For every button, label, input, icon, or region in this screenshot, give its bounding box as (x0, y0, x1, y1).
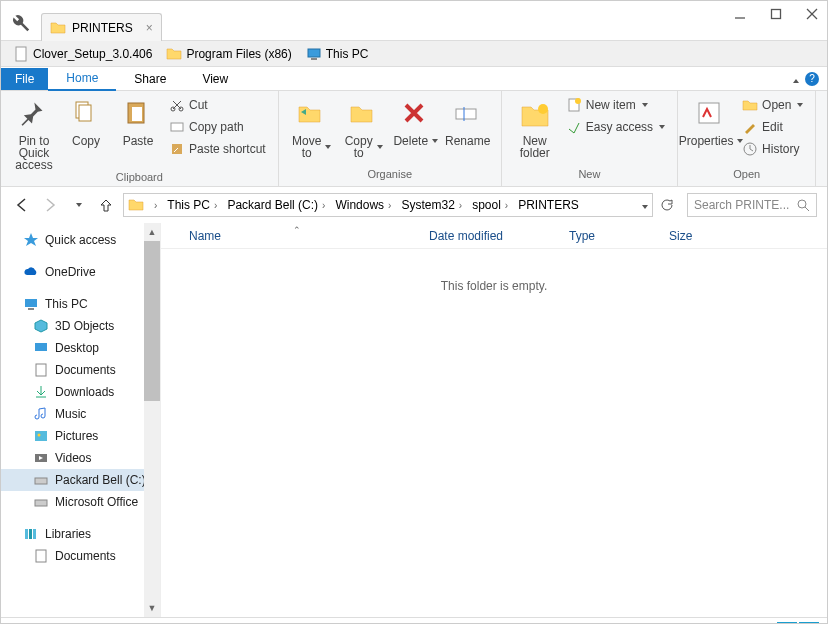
home-tab[interactable]: Home (48, 67, 116, 91)
address-bar: › This PC› Packard Bell (C:)› Windows› S… (1, 187, 827, 223)
breadcrumb-item[interactable]: Packard Bell (C:)› (223, 198, 329, 212)
open-button[interactable]: Open (738, 95, 807, 115)
recent-locations-button[interactable] (67, 194, 89, 216)
svg-rect-1 (772, 10, 781, 19)
browser-tab[interactable]: PRINTERS × (41, 13, 162, 41)
downloads-icon (33, 384, 49, 400)
new-item-button[interactable]: New item (562, 95, 669, 115)
view-tab[interactable]: View (184, 68, 246, 90)
paste-button[interactable]: Paste (113, 95, 163, 147)
scroll-down-icon[interactable]: ▼ (144, 599, 160, 617)
properties-button[interactable]: Properties (686, 95, 736, 147)
maximize-button[interactable] (769, 7, 783, 21)
history-button[interactable]: History (738, 139, 807, 159)
wrench-icon[interactable] (9, 12, 33, 36)
column-name[interactable]: Name⌃ (181, 229, 421, 243)
drive-icon (33, 472, 49, 488)
svg-point-19 (575, 98, 581, 104)
shortcut-icon (169, 141, 185, 157)
bookmark-item[interactable]: Program Files (x86) (162, 44, 295, 64)
tree-videos[interactable]: Videos (1, 447, 160, 469)
nav-scrollbar[interactable]: ▲ ▼ (144, 223, 160, 617)
file-icon (13, 46, 29, 62)
breadcrumb-sep[interactable]: › (146, 200, 161, 211)
tree-quick-access[interactable]: Quick access (1, 229, 160, 251)
breadcrumb-item[interactable]: spool› (468, 198, 512, 212)
tree-desktop[interactable]: Desktop (1, 337, 160, 359)
breadcrumb-item[interactable]: System32› (397, 198, 466, 212)
column-size[interactable]: Size (661, 229, 721, 243)
paste-shortcut-button[interactable]: Paste shortcut (165, 139, 270, 159)
svg-rect-8 (79, 105, 91, 121)
select-none-button[interactable]: Select none (824, 117, 828, 137)
tree-onedrive[interactable]: OneDrive (1, 261, 160, 283)
move-icon (296, 99, 328, 131)
invert-selection-button[interactable]: Invert selection (824, 139, 828, 159)
tree-drive-c[interactable]: Packard Bell (C:) (1, 469, 160, 491)
address-field[interactable]: › This PC› Packard Bell (C:)› Windows› S… (123, 193, 653, 217)
edit-icon (742, 119, 758, 135)
svg-point-34 (798, 200, 806, 208)
scroll-up-icon[interactable]: ▲ (144, 223, 160, 241)
sort-indicator-icon: ⌃ (293, 225, 301, 235)
tree-documents[interactable]: Documents (1, 359, 160, 381)
search-input[interactable]: Search PRINTE... (687, 193, 817, 217)
column-date[interactable]: Date modified (421, 229, 561, 243)
tree-music[interactable]: Music (1, 403, 160, 425)
back-button[interactable] (11, 194, 33, 216)
tree-libraries[interactable]: Libraries (1, 523, 160, 545)
move-to-button[interactable]: Move to (287, 95, 337, 159)
drive-icon (33, 494, 49, 510)
svg-rect-46 (29, 529, 32, 539)
delete-icon (400, 99, 432, 131)
svg-rect-15 (456, 109, 476, 119)
easy-access-icon (566, 119, 582, 135)
close-tab-icon[interactable]: × (146, 21, 153, 35)
rename-button[interactable]: Rename (443, 95, 493, 147)
up-button[interactable] (95, 194, 117, 216)
tree-lib-documents[interactable]: Documents (1, 545, 160, 567)
scissors-icon (169, 97, 185, 113)
bookmark-item[interactable]: Clover_Setup_3.0.406 (9, 44, 156, 64)
copy-button[interactable]: Copy (61, 95, 111, 147)
new-folder-button[interactable]: New folder (510, 95, 560, 159)
group-label: Organise (287, 168, 493, 182)
breadcrumb-item[interactable]: This PC› (163, 198, 221, 212)
breadcrumb-item[interactable]: Windows› (331, 198, 395, 212)
svg-rect-44 (35, 500, 47, 506)
scroll-thumb[interactable] (144, 241, 160, 401)
help-button[interactable]: ? (805, 72, 819, 86)
collapse-ribbon-button[interactable] (791, 72, 799, 86)
delete-button[interactable]: Delete (391, 95, 441, 147)
copy-to-icon (348, 99, 380, 131)
refresh-button[interactable] (659, 197, 681, 213)
forward-button[interactable] (39, 194, 61, 216)
tree-this-pc[interactable]: This PC (1, 293, 160, 315)
path-icon (169, 119, 185, 135)
copy-path-button[interactable]: Copy path (165, 117, 270, 137)
close-button[interactable] (805, 7, 819, 21)
file-tab[interactable]: File (1, 68, 48, 90)
tab-title: PRINTERS (72, 21, 133, 35)
select-all-button[interactable]: Select all (824, 95, 828, 115)
minimize-button[interactable] (733, 7, 747, 21)
bookmark-item[interactable]: This PC (302, 44, 373, 64)
share-tab[interactable]: Share (116, 68, 184, 90)
desktop-icon (33, 340, 49, 356)
tree-3d-objects[interactable]: 3D Objects (1, 315, 160, 337)
svg-point-41 (38, 434, 41, 437)
breadcrumb-item[interactable]: PRINTERS (514, 198, 583, 212)
pin-to-quick-access-button[interactable]: Pin to Quick access (9, 95, 59, 171)
tree-pictures[interactable]: Pictures (1, 425, 160, 447)
column-type[interactable]: Type (561, 229, 661, 243)
bookmark-label: Program Files (x86) (186, 47, 291, 61)
folder-icon (128, 197, 144, 213)
edit-button[interactable]: Edit (738, 117, 807, 137)
tree-microsoft-office[interactable]: Microsoft Office (1, 491, 160, 513)
cut-button[interactable]: Cut (165, 95, 270, 115)
tree-downloads[interactable]: Downloads (1, 381, 160, 403)
address-dropdown[interactable] (640, 198, 648, 212)
svg-rect-39 (36, 364, 46, 376)
easy-access-button[interactable]: Easy access (562, 117, 669, 137)
copy-to-button[interactable]: Copy to (339, 95, 389, 159)
